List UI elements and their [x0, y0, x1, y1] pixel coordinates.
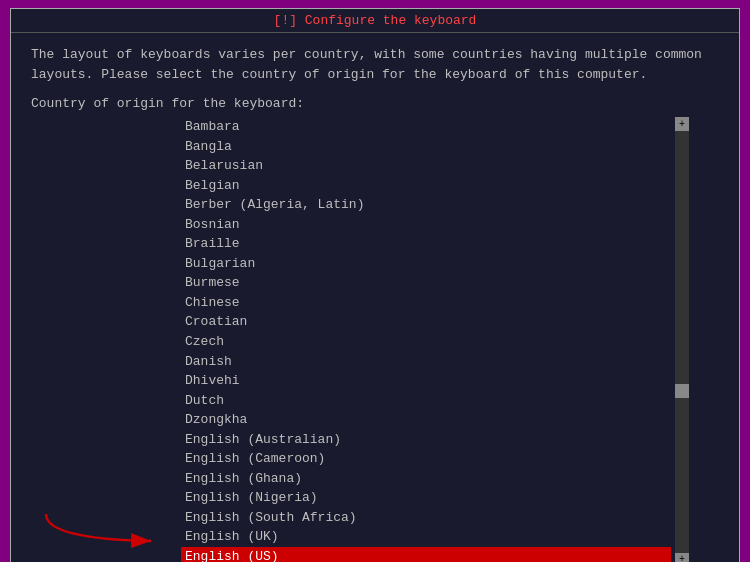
list-item[interactable]: English (Cameroon)	[181, 449, 671, 469]
list-item[interactable]: Braille	[181, 234, 671, 254]
list-item[interactable]: English (US)	[181, 547, 671, 562]
list-item[interactable]: Belarusian	[181, 156, 671, 176]
keyboard-list[interactable]: BambaraBanglaBelarusianBelgianBerber (Al…	[181, 117, 671, 562]
list-item[interactable]: Danish	[181, 352, 671, 372]
list-item[interactable]: Czech	[181, 332, 671, 352]
list-item[interactable]: Bosnian	[181, 215, 671, 235]
content-area: The layout of keyboards varies per count…	[11, 33, 739, 562]
description-line2: layouts. Please select the country of or…	[31, 65, 719, 85]
description-line1: The layout of keyboards varies per count…	[31, 45, 719, 65]
list-item[interactable]: English (Ghana)	[181, 469, 671, 489]
scrollbar[interactable]: + +	[675, 117, 689, 562]
scroll-up-button[interactable]: +	[675, 117, 689, 131]
list-item[interactable]: Belgian	[181, 176, 671, 196]
list-item[interactable]: Bangla	[181, 137, 671, 157]
list-container: BambaraBanglaBelarusianBelgianBerber (Al…	[181, 117, 689, 562]
list-item[interactable]: English (Nigeria)	[181, 488, 671, 508]
list-item[interactable]: Dhivehi	[181, 371, 671, 391]
country-label: Country of origin for the keyboard:	[31, 96, 719, 111]
list-item[interactable]: Dzongkha	[181, 410, 671, 430]
list-item[interactable]: Croatian	[181, 312, 671, 332]
list-item[interactable]: English (South Africa)	[181, 508, 671, 528]
configure-keyboard-window: [!] Configure the keyboard The layout of…	[10, 8, 740, 562]
description-text: The layout of keyboards varies per count…	[31, 45, 719, 84]
list-item[interactable]: Burmese	[181, 273, 671, 293]
list-item[interactable]: Bulgarian	[181, 254, 671, 274]
list-item[interactable]: English (UK)	[181, 527, 671, 547]
list-item[interactable]: English (Australian)	[181, 430, 671, 450]
list-item[interactable]: Chinese	[181, 293, 671, 313]
arrow-indicator	[36, 509, 166, 549]
scroll-thumb[interactable]	[675, 384, 689, 398]
scroll-down-button[interactable]: +	[675, 553, 689, 562]
list-item[interactable]: Bambara	[181, 117, 671, 137]
scroll-track	[675, 131, 689, 553]
list-item[interactable]: Dutch	[181, 391, 671, 411]
window-title: [!] Configure the keyboard	[11, 9, 739, 33]
list-item[interactable]: Berber (Algeria, Latin)	[181, 195, 671, 215]
